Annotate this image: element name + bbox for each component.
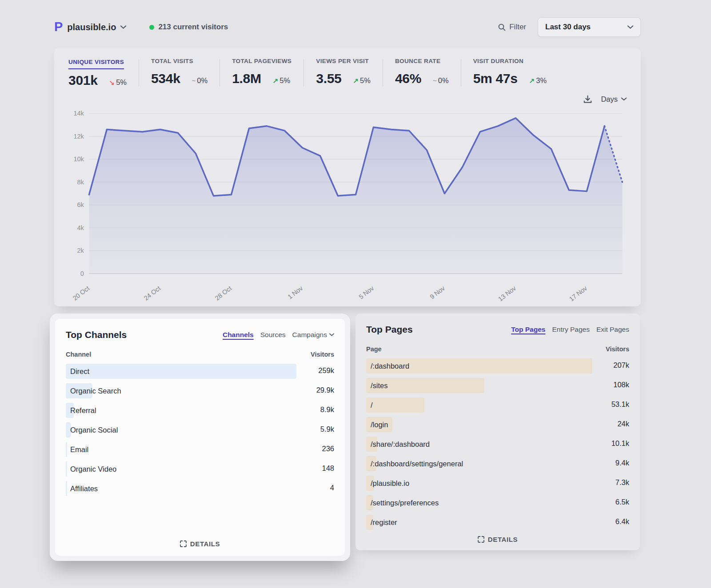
tab-top-pages[interactable]: Top Pages (511, 326, 545, 334)
row-label: /share/:dashboard (371, 434, 430, 454)
filter-label: Filter (509, 23, 526, 32)
svg-text:6k: 6k (77, 201, 84, 208)
table-row[interactable]: /:dashboard207k (366, 356, 629, 376)
table-row[interactable]: /share/:dashboard10.1k (366, 434, 629, 454)
filter-button[interactable]: Filter (498, 23, 526, 32)
stat-label: VIEWS PER VISIT (316, 58, 371, 68)
table-row[interactable]: /sites108k (366, 376, 629, 395)
svg-text:5 Nov: 5 Nov (357, 284, 375, 300)
svg-text:14k: 14k (73, 110, 84, 117)
row-label: Affiliates (70, 479, 98, 498)
date-range-value: Last 30 days (545, 23, 591, 32)
row-value: 7.3k (615, 473, 629, 491)
table-row[interactable]: /:dashboard/settings/general9.4k (366, 454, 629, 473)
table-row[interactable]: Organic Search29.9k (66, 381, 334, 401)
stat-value: 5m 47s (473, 71, 518, 86)
date-range-select[interactable]: Last 30 days (538, 17, 641, 37)
table-row[interactable]: /plausible.io7.3k (366, 473, 629, 493)
download-button[interactable] (583, 95, 592, 103)
stat-unique-visitors[interactable]: UNIQUE VISITORS301k↘5% (68, 58, 139, 88)
row-value: 8.9k (320, 401, 334, 418)
visitors-chart[interactable]: 02k4k6k8k10k12k14k20 Oct24 Oct28 Oct1 No… (68, 107, 627, 304)
details-label: DETAILS (488, 536, 518, 543)
row-value: 207k (613, 356, 629, 374)
stat-change: ↗3% (529, 76, 547, 85)
tab-label: Entry Pages (552, 326, 589, 334)
stat-views-per-visit[interactable]: VIEWS PER VISIT3.55↗5% (304, 58, 383, 88)
row-value: 5.9k (320, 420, 334, 438)
row-bar (66, 442, 67, 457)
table-row[interactable]: /login24k (366, 415, 629, 434)
column-visitors: Visitors (311, 351, 334, 358)
tab-exit-pages[interactable]: Exit Pages (596, 326, 629, 334)
row-value: 10.1k (611, 434, 629, 452)
tab-label: Campaigns (292, 331, 327, 339)
tab-campaigns[interactable]: Campaigns (292, 331, 334, 339)
current-visitors[interactable]: 213 current visitors (149, 23, 228, 32)
site-name: plausible.io (67, 22, 116, 32)
svg-text:8k: 8k (77, 179, 84, 186)
row-value: 6.4k (615, 513, 629, 530)
stat-change: ↗5% (273, 76, 290, 85)
top-channels-tabs: ChannelsSourcesCampaigns (223, 331, 334, 339)
table-row[interactable]: Organic Video148 (66, 459, 334, 479)
site-switcher[interactable]: P plausible.io (54, 21, 126, 34)
interval-label: Days (601, 95, 618, 103)
svg-text:10k: 10k (73, 155, 84, 163)
table-row[interactable]: Referral8.9k (66, 401, 334, 420)
row-value: 29.9k (316, 381, 334, 399)
expand-icon (180, 540, 187, 547)
top-channels-card: Top Channels ChannelsSourcesCampaigns Ch… (50, 314, 350, 561)
breakdown-section: Top Channels ChannelsSourcesCampaigns Ch… (50, 314, 641, 561)
row-label: Organic Video (70, 459, 116, 479)
chevron-down-icon (621, 97, 627, 101)
top-channels-details-button[interactable]: DETAILS (178, 536, 222, 548)
current-visitors-label: 213 current visitors (158, 23, 228, 32)
svg-text:1 Nov: 1 Nov (286, 284, 304, 300)
trend-flat-icon: ~ (192, 77, 196, 84)
svg-text:12k: 12k (73, 133, 84, 140)
stat-label: BOUNCE RATE (395, 58, 449, 68)
tab-entry-pages[interactable]: Entry Pages (552, 326, 589, 334)
svg-text:20 Oct: 20 Oct (72, 285, 91, 302)
row-bar (366, 397, 424, 413)
table-row[interactable]: /53.1k (366, 395, 629, 415)
table-row[interactable]: Organic Social5.9k (66, 420, 334, 440)
stat-change: ↗5% (353, 76, 370, 85)
stat-total-pageviews[interactable]: TOTAL PAGEVIEWS1.8M↗5% (220, 58, 304, 88)
top-channels-columns: Channel Visitors (66, 351, 334, 362)
tab-label: Exit Pages (596, 326, 629, 334)
row-label: Organic Search (70, 381, 121, 401)
row-label: /settings/preferences (371, 493, 439, 513)
tab-label: Top Pages (511, 326, 545, 334)
stat-visit-duration[interactable]: VISIT DURATION5m 47s↗3% (461, 58, 559, 88)
row-label: Email (70, 440, 88, 459)
tab-channels[interactable]: Channels (223, 331, 254, 339)
row-label: /:dashboard (371, 356, 409, 376)
table-row[interactable]: /register6.4k (366, 513, 629, 532)
top-pages-panel: Top Pages Top PagesEntry PagesExit Pages… (356, 314, 640, 550)
top-pages-details-button[interactable]: DETAILS (476, 532, 519, 544)
table-row[interactable]: Direct259k (66, 362, 334, 381)
stat-bounce-rate[interactable]: BOUNCE RATE46%~0% (383, 58, 461, 88)
chevron-down-icon (627, 25, 633, 29)
interval-select[interactable]: Days (601, 95, 627, 103)
tab-sources[interactable]: Sources (260, 331, 286, 339)
download-icon (583, 95, 592, 103)
row-label: /register (371, 513, 397, 532)
trend-up-icon: ↗ (273, 77, 279, 84)
stat-label: VISIT DURATION (473, 58, 547, 68)
svg-text:9 Nov: 9 Nov (428, 284, 446, 300)
dashboard-page: P plausible.io 213 current visitors Filt… (54, 0, 641, 561)
stat-value: 534k (151, 71, 180, 86)
table-row[interactable]: Email236 (66, 440, 334, 459)
trend-up-icon: ↗ (529, 77, 535, 84)
stat-total-visits[interactable]: TOTAL VISITS534k~0% (139, 58, 220, 88)
row-value: 259k (318, 362, 334, 379)
table-row[interactable]: Affiliates4 (66, 479, 334, 498)
table-row[interactable]: /settings/preferences6.5k (366, 493, 629, 513)
row-label: Referral (70, 401, 96, 420)
top-bar: P plausible.io 213 current visitors Filt… (54, 17, 641, 37)
chart-controls: Days (68, 92, 627, 106)
column-page: Page (366, 346, 382, 353)
